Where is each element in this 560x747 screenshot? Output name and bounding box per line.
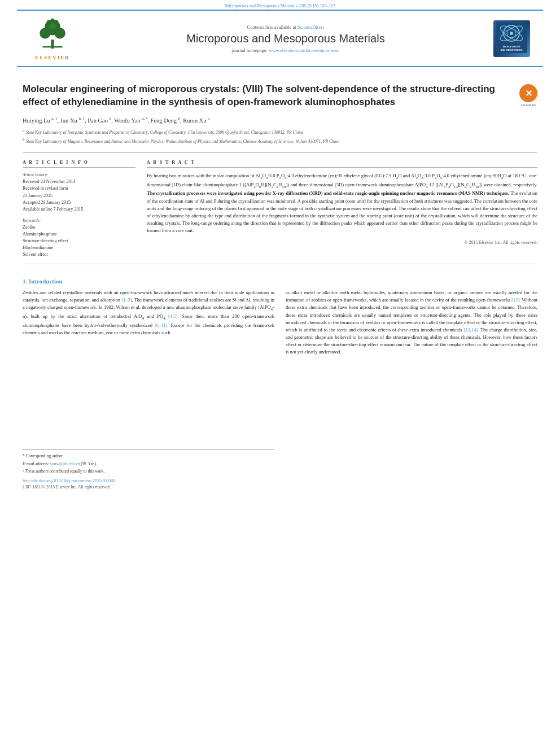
- article-info-heading: A R T I C L E I N F O: [23, 160, 135, 168]
- intro-cols: Zeolites and related crystalline materia…: [23, 289, 537, 490]
- ref-4-5[interactable]: [4,5]: [168, 313, 177, 319]
- svg-point-3: [40, 28, 50, 38]
- journal-logo-image: MICROPOROUS AND MESOPOROUS: [496, 22, 527, 53]
- issn-line: 1387-1811/© 2015 Elsevier Inc. All right…: [23, 484, 274, 490]
- intro-col-right: as alkali metal or alkaline earth metal …: [286, 289, 537, 490]
- keywords-section: Keywords: Zeolite Aluminophosphate Struc…: [23, 218, 135, 258]
- history-label: Article history:: [23, 172, 135, 177]
- abstract-text: By heating two mixtures with the molar c…: [147, 172, 537, 234]
- journal-header: ELSEVIER Contents lists available at Sci…: [17, 10, 543, 67]
- keyword-aluminophosphate: Aluminophosphate: [23, 231, 135, 238]
- intro-para-right: as alkali metal or alkaline earth metal …: [286, 289, 537, 356]
- journal-center: Contents lists available at ScienceDirec…: [78, 24, 493, 53]
- doi-link[interactable]: http://dx.doi.org/10.1016/j.micromeso.20…: [23, 478, 115, 483]
- ref-6-11[interactable]: [6–11]: [155, 322, 167, 328]
- top-reference-bar: Microporous and Mesoporous Materials 208…: [0, 0, 560, 10]
- svg-text:✕: ✕: [525, 89, 532, 98]
- keyword-solvent: Solvent effect: [23, 251, 135, 258]
- ref-12[interactable]: [12]: [511, 297, 519, 303]
- page: Microporous and Mesoporous Materials 208…: [0, 0, 560, 747]
- authors-line: Huiying Lu a, 1, Jun Xu b, 1, Pan Gao b,…: [23, 116, 537, 125]
- footnote-email: E-mail address: yanw@jlu.edu.cn (W. Yan)…: [23, 461, 274, 468]
- crossmark-badge: ✕: [519, 84, 537, 102]
- keywords-label: Keywords:: [23, 218, 135, 223]
- journal-title: Microporous and Mesoporous Materials: [89, 32, 482, 45]
- paper-title: Molecular engineering of microporous cry…: [23, 83, 537, 109]
- svg-text:MICROPOROUS: MICROPOROUS: [503, 45, 520, 48]
- journal-logo-right: MICROPOROUS AND MESOPOROUS: [493, 20, 533, 57]
- footnotes: * Corresponding author. E-mail address: …: [23, 449, 274, 490]
- journal-homepage: journal homepage: www.elsevier.com/locat…: [89, 47, 482, 53]
- crossmark-text: CrossMark: [519, 103, 537, 107]
- info-abstract-cols: A R T I C L E I N F O Article history: R…: [23, 152, 537, 258]
- keyword-zeolite: Zeolite: [23, 224, 135, 231]
- footnote-corresponding: * Corresponding author.: [23, 453, 274, 460]
- crossmark-badge-area: ✕ CrossMark: [519, 84, 537, 107]
- ref-1-3[interactable]: [1–3]: [121, 297, 132, 303]
- intro-title: 1. Introduction: [23, 278, 537, 285]
- article-info-col: A R T I C L E I N F O Article history: R…: [23, 160, 135, 258]
- abstract-heading: A B S T R A C T: [147, 160, 537, 168]
- svg-text:AND MESOPOROUS: AND MESOPOROUS: [501, 49, 523, 51]
- affil-a: a State Key Laboratory of Inorganic Synt…: [23, 128, 537, 136]
- ref-13-14[interactable]: [13,14]: [463, 327, 478, 333]
- doi-area: http://dx.doi.org/10.1016/j.micromeso.20…: [23, 478, 274, 483]
- sciencedirect-link[interactable]: ScienceDirect: [298, 24, 325, 30]
- elsevier-tree-icon: [33, 16, 72, 53]
- revised-date: 21 January 2015: [23, 193, 135, 199]
- crossmark-icon: ✕: [520, 85, 536, 101]
- section-divider: [23, 264, 537, 264]
- svg-point-12: [510, 32, 513, 35]
- title-area: ✕ CrossMark Molecular engineering of mic…: [23, 83, 537, 109]
- elsevier-text: ELSEVIER: [35, 55, 70, 60]
- journal-logo-inner: MICROPOROUS AND MESOPOROUS: [494, 20, 530, 57]
- revised-label: Received in revised form: [23, 185, 135, 191]
- accepted-date: Accepted 29 January 2015: [23, 199, 135, 206]
- copyright-line: © 2015 Elsevier Inc. All rights reserved…: [147, 240, 537, 245]
- available-date: Available online 7 February 2015: [23, 206, 135, 212]
- footnote-email-link[interactable]: yanw@jlu.edu.cn: [50, 461, 80, 466]
- journal-logo-box: MICROPOROUS AND MESOPOROUS: [493, 20, 530, 57]
- article-content: ✕ CrossMark Molecular engineering of mic…: [0, 67, 560, 258]
- affil-b: b State Key Laboratory of Magnetic Reson…: [23, 137, 537, 145]
- received-date: Received 23 November 2014: [23, 178, 135, 185]
- affiliations: a State Key Laboratory of Inorganic Synt…: [23, 128, 537, 145]
- contents-line: Contents lists available at ScienceDirec…: [89, 24, 482, 30]
- abstract-col: A B S T R A C T By heating two mixtures …: [147, 160, 537, 258]
- elsevier-logo: ELSEVIER: [27, 16, 78, 60]
- svg-point-4: [55, 28, 65, 38]
- svg-point-8: [51, 19, 55, 23]
- journal-reference: Microporous and Mesoporous Materials 208…: [225, 3, 335, 8]
- svg-rect-1: [43, 46, 63, 48]
- keyword-en: Ethylenediamine: [23, 244, 135, 251]
- footnote-1: ¹ These authors contributed equally to t…: [23, 469, 274, 475]
- introduction-section: 1. Introduction Zeolites and related cry…: [0, 270, 560, 490]
- journal-homepage-link[interactable]: www.elsevier.com/locate/micromeso: [269, 47, 340, 53]
- intro-col-left: Zeolites and related crystalline materia…: [23, 289, 274, 490]
- intro-para-left: Zeolites and related crystalline materia…: [23, 289, 274, 337]
- keyword-sde: Structure-directing effect: [23, 238, 135, 244]
